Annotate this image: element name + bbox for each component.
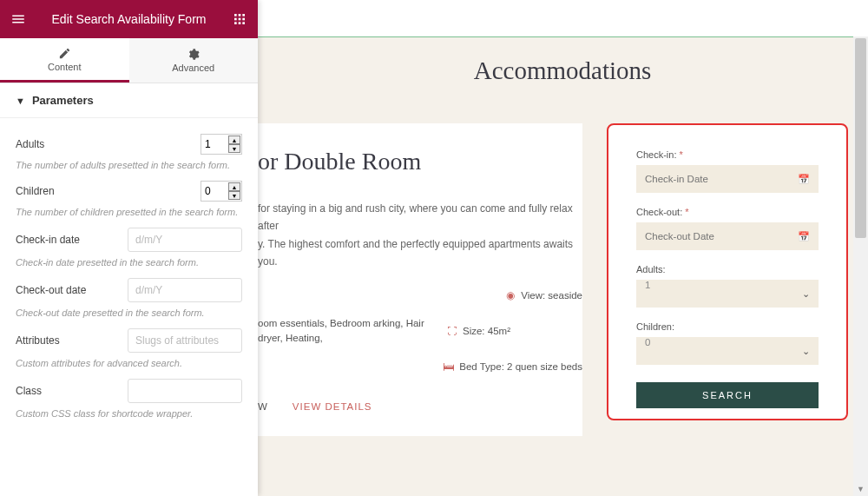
param-class-help: Custom CSS class for shortcode wrapper.: [16, 408, 242, 419]
svg-rect-5: [242, 18, 245, 21]
menu-icon[interactable]: [10, 11, 26, 27]
svg-rect-0: [234, 14, 237, 17]
room-description: for staying in a big and rush city, wher…: [258, 200, 582, 271]
canvas-inner: Accommodations or Double Room for stayin…: [258, 36, 867, 496]
room-card: or Double Room for staying in a big and …: [258, 123, 582, 436]
search-button[interactable]: SEARCH: [636, 382, 819, 408]
param-adults-help: The number of adults presetted in the se…: [16, 160, 242, 170]
tab-advanced-label: Advanced: [172, 63, 214, 73]
widget-adults-select[interactable]: 1: [636, 280, 819, 308]
widget-checkin-input[interactable]: [636, 165, 819, 193]
spec-bed: Bed Type: 2 quen size beds: [459, 361, 582, 372]
preview-canvas: Accommodations or Double Room for stayin…: [258, 0, 868, 496]
tab-content-label: Content: [48, 62, 82, 72]
svg-rect-2: [242, 14, 245, 17]
expand-icon: ⛶: [447, 326, 457, 336]
param-checkout-help: Check-out date presetted in the search f…: [16, 308, 242, 318]
apps-grid-icon[interactable]: [232, 11, 247, 27]
scroll-down-button[interactable]: ▼: [853, 481, 868, 496]
room-specs: ◉View: seaside oom essentials, Bedroom a…: [258, 290, 582, 373]
spec-view: View: seaside: [521, 290, 582, 301]
spec-size: Size: 45m²: [463, 326, 510, 336]
room-desc-line2: y. The highest comfort and the perfectly…: [258, 238, 573, 268]
chevron-down-icon: ⌄: [802, 288, 810, 300]
widget-adults-label: Adults:: [636, 264, 819, 274]
widget-checkout-input[interactable]: [636, 222, 819, 250]
param-attributes-label: Attributes: [16, 334, 60, 347]
calendar-icon: 📅: [798, 231, 810, 242]
section-parameters-toggle[interactable]: ▼ Parameters: [0, 83, 258, 118]
search-availability-widget: Check-in: * 📅 Check-out: * 📅 Adults: 1 ⌄…: [607, 123, 848, 420]
param-adults-label: Adults: [16, 138, 44, 150]
widget-children-value: 0: [645, 337, 650, 347]
caret-down-icon: ▼: [16, 96, 25, 106]
param-checkin-help: Check-in date presetted in the search fo…: [16, 257, 242, 268]
view-details-link[interactable]: VIEW DETAILS: [293, 401, 372, 412]
gear-icon: [187, 48, 200, 61]
widget-checkin-label: Check-in: *: [636, 149, 819, 160]
svg-rect-1: [239, 14, 241, 17]
chevron-down-icon: ⌄: [802, 346, 810, 357]
content-row: or Double Room for staying in a big and …: [258, 123, 867, 436]
svg-rect-8: [242, 22, 245, 24]
param-children-label: Children: [16, 185, 55, 197]
svg-rect-7: [239, 22, 241, 24]
section-title: Parameters: [32, 94, 94, 107]
pencil-icon: [58, 47, 71, 60]
eye-icon: ◉: [505, 290, 516, 301]
widget-adults-value: 1: [645, 280, 650, 290]
spec-amenities: oom essentials, Bedroom arking, Hair dry…: [258, 316, 431, 347]
calendar-icon: 📅: [798, 174, 810, 185]
checkin-input[interactable]: [128, 228, 242, 252]
parameters-body: Adults ▲▼ The number of adults presetted…: [0, 118, 258, 438]
tab-content[interactable]: Content: [0, 38, 129, 83]
param-attributes-help: Custom attributes for advanced search.: [16, 358, 242, 368]
panel-tabs: Content Advanced: [0, 38, 258, 83]
widget-children-label: Children:: [636, 321, 819, 332]
widget-children-select[interactable]: 0: [636, 337, 819, 365]
editor-panel: Edit Search Availability Form Content Ad…: [0, 0, 258, 496]
param-checkin-label: Check-in date: [16, 234, 80, 246]
book-button[interactable]: W: [258, 401, 268, 412]
room-title: or Double Room: [258, 148, 582, 175]
room-desc-line1: for staying in a big and rush city, wher…: [258, 202, 573, 232]
param-checkout-label: Check-out date: [16, 284, 86, 296]
svg-rect-6: [234, 22, 237, 24]
adults-input-wrap: ▲▼: [201, 134, 242, 155]
panel-header: Edit Search Availability Form: [0, 0, 258, 38]
svg-rect-3: [234, 18, 237, 21]
scroll-thumb[interactable]: [855, 38, 866, 238]
adults-step-down[interactable]: ▼: [228, 144, 240, 153]
widget-checkout-label: Check-out: *: [636, 207, 819, 217]
vertical-scrollbar[interactable]: ▲ ▼: [853, 36, 868, 496]
children-input-wrap: ▲▼: [201, 181, 242, 202]
param-children-help: The number of children presetted in the …: [16, 207, 242, 217]
bed-icon: 🛏: [444, 361, 454, 372]
children-step-down[interactable]: ▼: [228, 191, 240, 200]
panel-title: Edit Search Availability Form: [26, 12, 232, 26]
svg-rect-4: [239, 18, 241, 21]
children-step-up[interactable]: ▲: [228, 182, 240, 191]
adults-step-up[interactable]: ▲: [228, 136, 240, 144]
tab-advanced[interactable]: Advanced: [129, 38, 259, 83]
param-class-label: Class: [16, 385, 42, 397]
checkout-input[interactable]: [128, 278, 242, 302]
attributes-input[interactable]: [128, 328, 242, 353]
room-actions: W VIEW DETAILS: [258, 401, 582, 412]
class-input[interactable]: [128, 379, 242, 403]
page-heading: Accommodations: [258, 37, 867, 123]
